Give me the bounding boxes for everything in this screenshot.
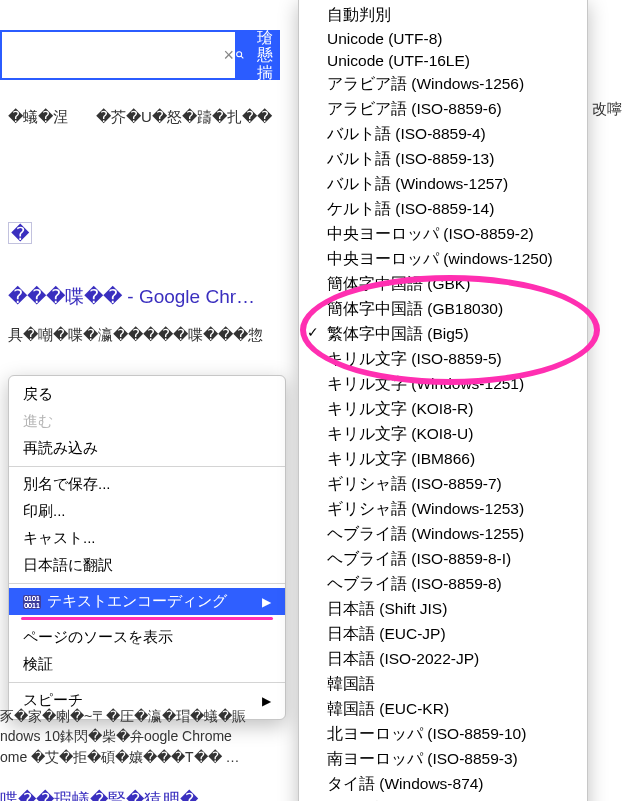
encoding-option[interactable]: 自動判別 xyxy=(299,3,587,28)
page-content: � ���喋�� - Google Chr… 具�嘲�喋�瀛�����喋���惣 xyxy=(0,222,300,345)
encoding-option[interactable]: 簡体字中国語 (GBK) xyxy=(299,272,587,297)
encoding-option[interactable]: ギリシャ語 (Windows-1253) xyxy=(299,497,587,522)
encoding-option[interactable]: 南ヨーロッパ (ISO-8859-3) xyxy=(299,747,587,772)
encoding-option[interactable]: Unicode (UTF-8) xyxy=(299,28,587,50)
chevron-right-icon: ▶ xyxy=(262,595,271,609)
tab-item[interactable]: �芥�U�怒�躊�扎�� xyxy=(96,108,272,127)
menu-reload[interactable]: 再読み込み xyxy=(9,435,285,462)
encoding-option[interactable]: 韓国語 xyxy=(299,672,587,697)
svg-point-0 xyxy=(237,52,242,57)
below-text: 豕�家�喇�~〒�圧�瀛�瑁�蟻�賑 ndows 10鉢閃�柴�弁oogle C… xyxy=(0,706,300,767)
encoding-option[interactable]: ヘブライ語 (ISO-8859-8) xyxy=(299,572,587,597)
encoding-option[interactable]: 繁体字中国語 (Big5) xyxy=(299,322,587,347)
encoding-option[interactable]: バルト語 (Windows-1257) xyxy=(299,172,587,197)
encoding-option[interactable]: キリル文字 (KOI8-R) xyxy=(299,397,587,422)
encoding-option[interactable]: キリル文字 (KOI8-U) xyxy=(299,422,587,447)
encoding-option[interactable]: 韓国語 (EUC-KR) xyxy=(299,697,587,722)
encoding-option[interactable]: 中央ヨーロッパ (ISO-8859-2) xyxy=(299,222,587,247)
menu-separator xyxy=(9,682,285,683)
context-menu: 戻る 進む 再読み込み 別名で保存... 印刷... キャスト... 日本語に翻… xyxy=(8,375,286,720)
menu-separator xyxy=(9,583,285,584)
encoding-option[interactable]: 簡体字中国語 (GB18030) xyxy=(299,297,587,322)
menu-text-encoding-label: テキストエンコーディング xyxy=(47,592,227,611)
encoding-submenu: 自動判別Unicode (UTF-8)Unicode (UTF-16LE)アラビ… xyxy=(298,0,588,801)
encoding-option[interactable]: トルコ語 (ISO-8859-9) xyxy=(299,797,587,801)
encoding-option[interactable]: 北ヨーロッパ (ISO-8859-10) xyxy=(299,722,587,747)
encoding-option[interactable]: ヘブライ語 (Windows-1255) xyxy=(299,522,587,547)
encoding-option[interactable]: ケルト語 (ISO-8859-14) xyxy=(299,197,587,222)
encoding-option[interactable]: 中央ヨーロッパ (windows-1250) xyxy=(299,247,587,272)
encoding-option[interactable]: キリル文字 (IBM866) xyxy=(299,447,587,472)
encoding-option[interactable]: ヘブライ語 (ISO-8859-8-I) xyxy=(299,547,587,572)
clear-icon[interactable]: × xyxy=(222,32,235,78)
menu-translate[interactable]: 日本語に翻訳 xyxy=(9,552,285,579)
encoding-option[interactable]: アラビア語 (Windows-1256) xyxy=(299,72,587,97)
result-title[interactable]: 喋��瑕蟻�腎�猿腮� xyxy=(0,788,198,801)
encoding-option[interactable]: タイ語 (Windows-874) xyxy=(299,772,587,797)
search-input[interactable] xyxy=(2,32,222,78)
menu-view-source[interactable]: ページのソースを表示 xyxy=(9,624,285,651)
annotation-underline xyxy=(21,617,273,620)
menu-save-as[interactable]: 別名で保存... xyxy=(9,471,285,498)
tabs-row: �蟻�涅 �芥�U�怒�躊�扎�� xyxy=(0,108,300,127)
encoding-option[interactable]: キリル文字 (Windows-1251) xyxy=(299,372,587,397)
encoding-option[interactable]: 日本語 (Shift JIS) xyxy=(299,597,587,622)
result-subtitle: 具�嘲�喋�瀛�����喋���惣 xyxy=(8,326,300,345)
svg-line-1 xyxy=(241,56,243,58)
encoding-option[interactable]: 日本語 (ISO-2022-JP) xyxy=(299,647,587,672)
encoding-option[interactable]: アラビア語 (ISO-8859-6) xyxy=(299,97,587,122)
encoding-option[interactable]: ギリシャ語 (ISO-8859-7) xyxy=(299,472,587,497)
menu-text-encoding[interactable]: 01010011 テキストエンコーディング ▶ xyxy=(9,588,285,615)
side-text: 改嚀 xyxy=(592,100,622,119)
badge-icon: � xyxy=(8,222,32,244)
menu-print[interactable]: 印刷... xyxy=(9,498,285,525)
menu-inspect[interactable]: 検証 xyxy=(9,651,285,678)
menu-cast[interactable]: キャスト... xyxy=(9,525,285,552)
encoding-option[interactable]: Unicode (UTF-16LE) xyxy=(299,50,587,72)
tab-item[interactable]: �蟻�涅 xyxy=(8,108,68,127)
text-line: 豕�家�喇�~〒�圧�瀛�瑁�蟻�賑 xyxy=(0,706,300,726)
encoding-option[interactable]: バルト語 (ISO-8859-4) xyxy=(299,122,587,147)
encoding-option[interactable]: キリル文字 (ISO-8859-5) xyxy=(299,347,587,372)
menu-forward: 進む xyxy=(9,408,285,435)
encoding-option[interactable]: バルト語 (ISO-8859-13) xyxy=(299,147,587,172)
text-line: ndows 10鉢閃�柴�弁oogle Chrome xyxy=(0,726,300,746)
menu-separator xyxy=(9,466,285,467)
result-title[interactable]: ���喋�� - Google Chr… xyxy=(8,284,300,310)
encoding-option[interactable]: 日本語 (EUC-JP) xyxy=(299,622,587,647)
search-icon xyxy=(235,46,245,64)
text-line: ome �艾�拒�碩�孃���T�� … xyxy=(0,747,300,767)
binary-icon: 01010011 xyxy=(23,595,41,609)
search-button[interactable]: 瑲懸揣 xyxy=(235,32,278,78)
search-bar: × 瑲懸揣 xyxy=(0,30,280,80)
menu-back[interactable]: 戻る xyxy=(9,381,285,408)
search-button-label: 瑲懸揣 xyxy=(251,29,278,82)
